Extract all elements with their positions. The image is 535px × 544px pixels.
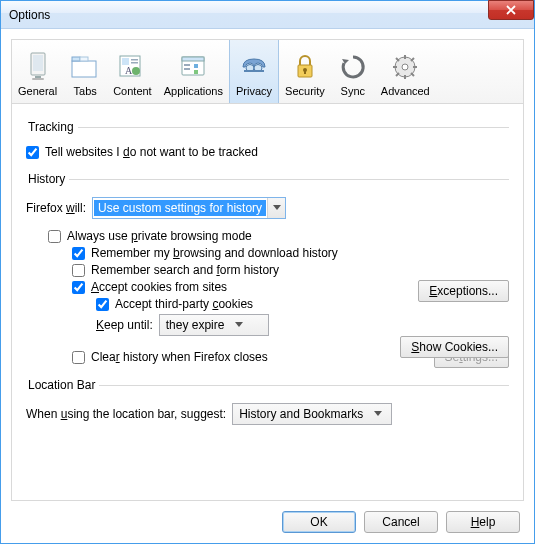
svg-line-32 — [411, 73, 414, 76]
dnt-checkbox-row[interactable]: Tell websites I do not want to be tracke… — [26, 145, 509, 159]
svg-rect-15 — [184, 64, 190, 66]
suggest-label: When using the location bar, suggest: — [26, 407, 226, 421]
tab-privacy[interactable]: Privacy — [229, 40, 279, 103]
security-icon — [289, 51, 321, 83]
svg-rect-10 — [131, 62, 138, 64]
advanced-icon — [389, 51, 421, 83]
tab-label: Tabs — [74, 85, 97, 97]
tab-label: Applications — [164, 85, 223, 97]
tracking-legend: Tracking — [26, 120, 78, 134]
tab-security[interactable]: Security — [279, 40, 331, 103]
privacy-pane: Tracking Tell websites I do not want to … — [12, 104, 523, 500]
tab-tabs[interactable]: Tabs — [63, 40, 107, 103]
svg-rect-18 — [194, 70, 198, 74]
location-bar-legend: Location Bar — [26, 378, 99, 392]
svg-rect-14 — [182, 57, 204, 61]
content-area: General Tabs A Content — [1, 29, 534, 543]
dnt-checkbox[interactable] — [26, 146, 39, 159]
history-legend: History — [26, 172, 69, 186]
history-group: History Firefox will: Use custom setting… — [26, 172, 509, 368]
location-bar-group: Location Bar When using the location bar… — [26, 378, 509, 428]
titlebar[interactable]: Options — [1, 1, 534, 29]
close-icon — [506, 5, 516, 15]
svg-line-34 — [411, 58, 414, 61]
remember-search-row[interactable]: Remember search and form history — [72, 263, 509, 277]
always-private-row[interactable]: Always use private browsing mode — [48, 229, 509, 243]
svg-rect-24 — [304, 71, 306, 74]
tab-label: General — [18, 85, 57, 97]
accept-cookies-checkbox[interactable] — [72, 281, 85, 294]
svg-rect-3 — [32, 78, 44, 80]
window-title: Options — [9, 8, 50, 22]
svg-rect-4 — [72, 61, 96, 77]
tab-label: Content — [113, 85, 152, 97]
dropdown-arrow-icon — [267, 198, 285, 218]
tab-label: Advanced — [381, 85, 430, 97]
tab-content[interactable]: A Content — [107, 40, 158, 103]
cancel-button[interactable]: Cancel — [364, 511, 438, 533]
dialog-button-bar: OK Cancel Help — [11, 501, 524, 535]
svg-rect-5 — [72, 57, 80, 61]
svg-line-33 — [396, 73, 399, 76]
clear-on-close-row[interactable]: Clear history when Firefox closes — [72, 350, 268, 364]
privacy-icon — [238, 51, 270, 83]
svg-rect-8 — [122, 58, 129, 65]
show-cookies-button[interactable]: Show Cookies... — [400, 336, 509, 358]
options-window: Options General Tabs — [0, 0, 535, 544]
clear-on-close-checkbox[interactable] — [72, 351, 85, 364]
svg-line-31 — [396, 58, 399, 61]
keep-until-select[interactable]: they expire — [159, 314, 269, 336]
tab-sync[interactable]: Sync — [331, 40, 375, 103]
svg-rect-9 — [131, 59, 138, 61]
dropdown-arrow-icon — [369, 404, 387, 424]
ok-button[interactable]: OK — [282, 511, 356, 533]
svg-rect-2 — [35, 76, 41, 78]
tab-label: Privacy — [236, 85, 272, 97]
accept-third-party-checkbox[interactable] — [96, 298, 109, 311]
svg-rect-21 — [244, 70, 264, 72]
help-button[interactable]: Help — [446, 511, 520, 533]
tab-label: Security — [285, 85, 325, 97]
content-icon: A — [116, 51, 148, 83]
exceptions-button[interactable]: Exceptions... — [418, 280, 509, 302]
svg-rect-16 — [184, 68, 190, 70]
tracking-group: Tracking Tell websites I do not want to … — [26, 120, 509, 162]
svg-point-12 — [132, 67, 140, 75]
general-icon — [22, 51, 54, 83]
always-private-checkbox[interactable] — [48, 230, 61, 243]
sync-icon — [337, 51, 369, 83]
close-button[interactable] — [488, 0, 534, 20]
svg-point-26 — [402, 64, 408, 70]
svg-rect-17 — [194, 64, 198, 68]
remember-search-checkbox[interactable] — [72, 264, 85, 277]
tab-applications[interactable]: Applications — [158, 40, 229, 103]
keep-until-label: Keep until: — [96, 318, 153, 332]
remember-browsing-row[interactable]: Remember my browsing and download histor… — [72, 246, 509, 260]
history-mode-select[interactable]: Use custom settings for history — [92, 197, 286, 219]
applications-icon — [177, 51, 209, 83]
remember-browsing-checkbox[interactable] — [72, 247, 85, 260]
tab-advanced[interactable]: Advanced — [375, 40, 436, 103]
tabs-icon — [69, 51, 101, 83]
category-tabbar: General Tabs A Content — [12, 40, 523, 104]
dropdown-arrow-icon — [230, 315, 248, 335]
svg-rect-6 — [80, 57, 88, 61]
tab-label: Sync — [341, 85, 365, 97]
history-mode-row: Firefox will: Use custom settings for hi… — [26, 197, 509, 219]
svg-text:A: A — [125, 65, 133, 76]
location-suggest-row: When using the location bar, suggest: Hi… — [26, 403, 509, 425]
firefox-will-label: Firefox will: — [26, 201, 86, 215]
tab-general[interactable]: General — [12, 40, 63, 103]
svg-rect-1 — [33, 55, 43, 71]
options-frame: General Tabs A Content — [11, 39, 524, 501]
suggest-select[interactable]: History and Bookmarks — [232, 403, 392, 425]
